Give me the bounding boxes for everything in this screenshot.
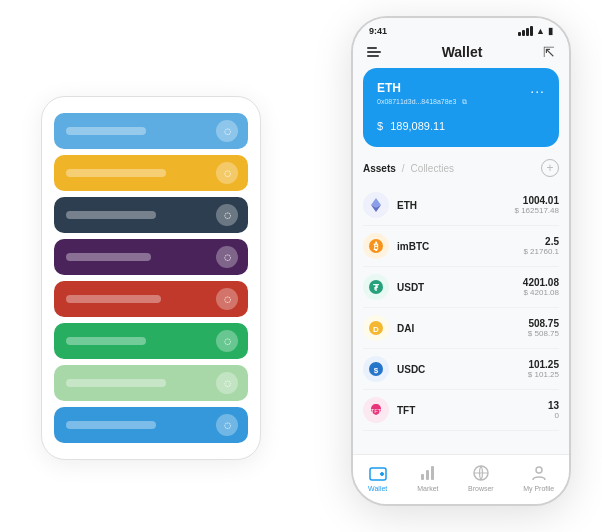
svg-text:$: $ <box>374 366 379 375</box>
asset-row-tft[interactable]: TFT TFT 13 0 <box>363 390 559 431</box>
asset-row-usdt[interactable]: ₮ USDT 4201.08 $ 4201.08 <box>363 267 559 308</box>
asset-values-usdc: 101.25 $ 101.25 <box>528 359 559 379</box>
card-dot-5: ◌ <box>216 288 238 310</box>
card-item-7: ◌ <box>54 365 248 401</box>
imbtc-usd: $ 21760.1 <box>523 247 559 256</box>
asset-symbol-eth: ETH <box>397 200 515 211</box>
scene: ◌ ◌ ◌ ◌ ◌ ◌ ◌ ◌ <box>21 16 581 516</box>
status-icons: ▲ ▮ <box>518 26 553 36</box>
phone-content: ETH ... 0x08711d3d...8418a78e3 ⧉ $ 189,0… <box>353 68 569 454</box>
asset-values-tft: 13 0 <box>548 400 559 420</box>
status-bar: 9:41 ▲ ▮ <box>353 18 569 40</box>
nav-profile-label: My Profile <box>523 485 554 492</box>
card-dot-1: ◌ <box>216 120 238 142</box>
svg-point-12 <box>380 473 383 476</box>
phone-mockup: 9:41 ▲ ▮ Wallet ⇱ <box>351 16 571 506</box>
profile-nav-icon <box>529 463 549 483</box>
card-dot-3: ◌ <box>216 204 238 226</box>
svg-text:₮: ₮ <box>373 283 380 293</box>
expand-icon[interactable]: ⇱ <box>543 44 555 60</box>
asset-row-dai[interactable]: D DAI 508.75 $ 508.75 <box>363 308 559 349</box>
usdt-icon: ₮ <box>363 274 389 300</box>
asset-symbol-usdc: USDC <box>397 364 528 375</box>
asset-list: ETH 1004.01 $ 162517.48 ₿ imBTC 2.5 $ 21… <box>363 185 559 454</box>
nav-wallet[interactable]: Wallet <box>368 463 388 492</box>
card-dot-6: ◌ <box>216 330 238 352</box>
card-dot-2: ◌ <box>216 162 238 184</box>
card-dot-8: ◌ <box>216 414 238 436</box>
usdt-usd: $ 4201.08 <box>523 288 559 297</box>
wallet-nav-icon <box>368 463 388 483</box>
asset-values-dai: 508.75 $ 508.75 <box>528 318 559 338</box>
copy-icon[interactable]: ⧉ <box>462 98 467 105</box>
card-item-2: ◌ <box>54 155 248 191</box>
battery-icon: ▮ <box>548 26 553 36</box>
assets-header: Assets / Collecties + <box>363 159 559 177</box>
nav-browser[interactable]: Browser <box>468 463 494 492</box>
wallet-card-header: ETH ... <box>377 80 545 96</box>
card-item-6: ◌ <box>54 323 248 359</box>
nav-wallet-label: Wallet <box>368 485 387 492</box>
usdc-usd: $ 101.25 <box>528 370 559 379</box>
menu-icon[interactable] <box>367 47 381 57</box>
page-title: Wallet <box>442 44 483 60</box>
nav-profile[interactable]: My Profile <box>523 463 554 492</box>
card-item-1: ◌ <box>54 113 248 149</box>
svg-text:D: D <box>373 325 379 334</box>
dai-usd: $ 508.75 <box>528 329 559 338</box>
wifi-icon: ▲ <box>536 26 545 36</box>
tft-usd: 0 <box>548 411 559 420</box>
eth-icon <box>363 192 389 218</box>
wallet-currency: ETH <box>377 81 401 95</box>
tft-amount: 13 <box>548 400 559 411</box>
asset-symbol-imbtc: imBTC <box>397 241 523 252</box>
asset-symbol-usdt: USDT <box>397 282 523 293</box>
card-item-8: ◌ <box>54 407 248 443</box>
usdc-amount: 101.25 <box>528 359 559 370</box>
wallet-options-button[interactable]: ... <box>530 80 545 96</box>
imbtc-amount: 2.5 <box>523 236 559 247</box>
nav-market-label: Market <box>417 485 438 492</box>
browser-nav-icon <box>471 463 491 483</box>
svg-text:TFT: TFT <box>371 408 382 414</box>
status-time: 9:41 <box>369 26 387 36</box>
eth-amount: 1004.01 <box>515 195 560 206</box>
tab-separator: / <box>402 163 405 174</box>
tab-assets[interactable]: Assets <box>363 163 396 174</box>
asset-row-imbtc[interactable]: ₿ imBTC 2.5 $ 21760.1 <box>363 226 559 267</box>
card-item-4: ◌ <box>54 239 248 275</box>
dai-icon: D <box>363 315 389 341</box>
svg-rect-14 <box>426 470 429 480</box>
card-stack: ◌ ◌ ◌ ◌ ◌ ◌ ◌ ◌ <box>41 96 261 460</box>
wallet-card: ETH ... 0x08711d3d...8418a78e3 ⧉ $ 189,0… <box>363 68 559 147</box>
svg-rect-15 <box>431 466 434 480</box>
wallet-balance: $ 189,089.11 <box>377 114 545 135</box>
phone-nav: Wallet Market <box>353 454 569 504</box>
imbtc-icon: ₿ <box>363 233 389 259</box>
asset-symbol-tft: TFT <box>397 405 548 416</box>
asset-row-eth[interactable]: ETH 1004.01 $ 162517.48 <box>363 185 559 226</box>
tft-icon: TFT <box>363 397 389 423</box>
card-item-5: ◌ <box>54 281 248 317</box>
card-dot-7: ◌ <box>216 372 238 394</box>
phone-header: Wallet ⇱ <box>353 40 569 68</box>
usdt-amount: 4201.08 <box>523 277 559 288</box>
tab-collecties[interactable]: Collecties <box>411 163 454 174</box>
svg-point-18 <box>536 467 542 473</box>
dai-amount: 508.75 <box>528 318 559 329</box>
assets-tabs: Assets / Collecties <box>363 163 454 174</box>
asset-symbol-dai: DAI <box>397 323 528 334</box>
asset-row-usdc[interactable]: $ USDC 101.25 $ 101.25 <box>363 349 559 390</box>
usdc-icon: $ <box>363 356 389 382</box>
asset-values-usdt: 4201.08 $ 4201.08 <box>523 277 559 297</box>
wallet-address: 0x08711d3d...8418a78e3 ⧉ <box>377 98 545 106</box>
market-nav-icon <box>418 463 438 483</box>
add-asset-button[interactable]: + <box>541 159 559 177</box>
svg-rect-13 <box>421 474 424 480</box>
eth-usd: $ 162517.48 <box>515 206 560 215</box>
card-dot-4: ◌ <box>216 246 238 268</box>
nav-market[interactable]: Market <box>417 463 438 492</box>
asset-values-imbtc: 2.5 $ 21760.1 <box>523 236 559 256</box>
nav-browser-label: Browser <box>468 485 494 492</box>
card-item-3: ◌ <box>54 197 248 233</box>
